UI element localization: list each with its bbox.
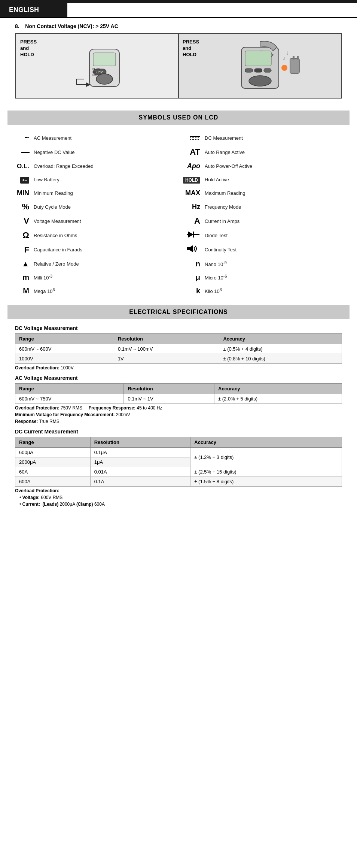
dc-i-acc-4: ± (1.5% + 8 digits) — [190, 477, 342, 487]
svg-rect-22 — [297, 56, 299, 60]
dc-v-res-2: 1V — [114, 354, 219, 364]
resistance-icon: Ω — [11, 230, 34, 240]
dc-i-acc-3: ± (2.5% + 15 digits) — [190, 467, 342, 477]
symbol-voltage: V Voltage Measurement — [7, 214, 178, 228]
min-label: Minimum Reading — [34, 190, 73, 196]
svg-rect-27 — [187, 247, 190, 250]
ncv-image-left: PRESS and HOLD NCV KLEIN TOOLS. CL2200 — [16, 34, 179, 98]
ac-v-range-1: 600mV ~ 750V — [15, 394, 124, 404]
symbol-duty-cycle: % Duty Cycle Mode — [7, 200, 178, 214]
symbol-auto-power-off: Apo Auto Power-Off Active — [178, 159, 350, 173]
ac-measurement-label: AC Measurement — [34, 135, 71, 141]
continuity-label: Continuity Test — [205, 247, 237, 252]
svg-text:CL2200: CL2200 — [92, 74, 100, 76]
micro-icon: μ — [182, 273, 205, 282]
press-hold-right: PRESS and HOLD — [183, 39, 199, 58]
amps-icon: A — [182, 216, 205, 226]
ncv-images: PRESS and HOLD NCV KLEIN TOOLS. CL2200 — [15, 33, 342, 99]
max-icon: MAX — [182, 189, 205, 197]
symbol-resistance: Ω Resistance in Ohms — [7, 228, 178, 242]
dc-voltage-header-range: Range — [15, 334, 114, 344]
svg-rect-21 — [293, 56, 295, 60]
svg-rect-13 — [245, 69, 253, 72]
symbol-overload: O.L. Overload: Range Exceeded — [7, 159, 178, 173]
relative-icon: ▲ — [11, 260, 34, 268]
symbol-capacitance: F Capacitance in Farads — [7, 242, 178, 257]
dc-symbol-icon — [182, 134, 205, 142]
dc-i-res-3: 0.01A — [90, 467, 190, 477]
symbol-negative-dc: — Negative DC Value — [7, 145, 178, 159]
dc-v-acc-2: ± (0.8% + 10 digits) — [219, 354, 342, 364]
svg-rect-12 — [245, 51, 271, 66]
dc-i-range-3: 60A — [15, 467, 91, 477]
relative-label: Relative / Zero Mode — [34, 261, 79, 267]
symbol-ac-measurement: ~ AC Measurement — [7, 131, 178, 145]
auto-power-off-label: Auto Power-Off Active — [205, 163, 252, 169]
overload-label: Overload: Range Exceeded — [34, 163, 94, 169]
overload-icon: O.L. — [11, 162, 34, 170]
frequency-icon: Hz — [182, 203, 205, 211]
capacitance-icon: F — [11, 245, 34, 255]
symbol-max: MAX Maximum Reading — [178, 186, 350, 200]
nano-icon: n — [182, 260, 205, 268]
symbols-grid: ~ AC Measurement DC Measurement — Negati… — [7, 131, 350, 297]
ac-voltage-table: Range Resolution Accuracy 600mV ~ 750V 0… — [15, 383, 342, 404]
ac-voltage-note-2: Minimum Voltage for Frequency Measuremen… — [15, 412, 342, 417]
device-svg-left: NCV KLEIN TOOLS. CL2200 — [73, 42, 132, 94]
mega-icon: M — [11, 287, 34, 295]
dc-i-acc-1: ± (1.2% + 3 digits) — [190, 448, 342, 467]
ac-symbol-icon: ~ — [11, 133, 34, 143]
resistance-label: Resistance in Ohms — [34, 233, 77, 238]
symbol-kilo: k Kilo 103 — [178, 284, 350, 297]
ac-voltage-header-resolution: Resolution — [124, 384, 214, 394]
capacitance-label: Capacitance in Farads — [34, 247, 82, 252]
dc-v-range-2: 1000V — [15, 354, 114, 364]
ac-voltage-header-range: Range — [15, 384, 124, 394]
symbol-frequency: Hz Frequency Mode — [178, 200, 350, 214]
dc-voltage-note: Overload Protection: 1000V — [15, 365, 342, 371]
kilo-icon: k — [182, 287, 205, 295]
hold-active-label: Hold Active — [205, 177, 229, 182]
ac-voltage-note-1: Overload Protection: 750V RMS Frequency … — [15, 405, 342, 411]
duty-cycle-icon: % — [11, 202, 34, 212]
svg-rect-20 — [290, 58, 299, 73]
table-row: 600A 0.1A ± (1.5% + 8 digits) — [15, 477, 342, 487]
table-row: 600mV ~ 750V 0.1mV ~ 1V ± (2.0% + 5 digi… — [15, 394, 342, 404]
amps-label: Current in Amps — [205, 218, 239, 224]
micro-label: Micro 10-6 — [205, 274, 227, 281]
negative-dc-icon: — — [11, 147, 34, 157]
symbol-hold-active: HOLD Hold Active — [178, 173, 350, 186]
dc-current-header-accuracy: Accuracy — [190, 437, 342, 448]
symbol-mega: M Mega 106 — [7, 284, 178, 297]
milli-icon: m — [11, 273, 34, 282]
electrical-specs-title: ELECTRICAL SPECIFICATIONS — [7, 305, 350, 319]
dc-i-res-4: 0.1A — [90, 477, 190, 487]
symbol-low-battery: +− Low Battery — [7, 173, 178, 186]
continuity-icon — [182, 245, 205, 255]
low-battery-label: Low Battery — [34, 177, 59, 182]
ncv-section: 8. Non Contact Voltage (NCV): > 25V AC P… — [0, 23, 357, 105]
svg-text:♩: ♩ — [286, 51, 289, 56]
nano-label: Nano 10-9 — [205, 260, 227, 267]
dc-v-range-1: 600mV ~ 600V — [15, 344, 114, 354]
svg-point-19 — [281, 65, 287, 71]
ncv-number: 8. — [15, 23, 19, 29]
diode-icon — [182, 231, 205, 240]
dc-current-header-resolution: Resolution — [90, 437, 190, 448]
ncv-title: Non Contact Voltage (NCV): > 25V AC — [25, 23, 118, 29]
dc-voltage-header-accuracy: Accuracy — [219, 334, 342, 344]
dc-i-res-2: 1μA — [90, 457, 190, 467]
svg-text:KLEIN: KLEIN — [92, 67, 100, 70]
svg-text:TOOLS.: TOOLS. — [91, 70, 101, 73]
symbol-micro: μ Micro 10-6 — [178, 270, 350, 284]
dc-current-header-range: Range — [15, 437, 91, 448]
dc-v-res-1: 0.1mV ~ 100mV — [114, 344, 219, 354]
svg-rect-14 — [254, 69, 262, 72]
ac-voltage-note-3: Response: True RMS — [15, 419, 342, 424]
header-bar — [0, 0, 357, 3]
dc-i-range-2: 2000μA — [15, 457, 91, 467]
english-header-box: ENGLISH — [0, 3, 67, 17]
svg-marker-23 — [188, 232, 193, 238]
svg-point-16 — [249, 76, 271, 86]
dc-i-res-1: 0.1μA — [90, 448, 190, 457]
